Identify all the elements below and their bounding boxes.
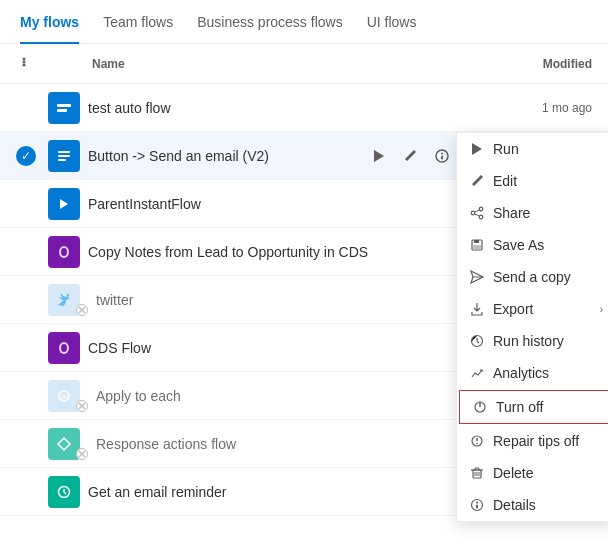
edit-menu-icon xyxy=(469,173,485,189)
menu-item-details[interactable]: Details xyxy=(457,489,608,521)
svg-rect-4 xyxy=(57,109,67,112)
svg-rect-38 xyxy=(476,505,478,509)
svg-marker-8 xyxy=(374,150,384,162)
run-menu-icon xyxy=(469,141,485,157)
menu-label: Turn off xyxy=(496,399,600,415)
flow-icon xyxy=(48,188,80,220)
history-menu-icon xyxy=(469,333,485,349)
tab-my-flows[interactable]: My flows xyxy=(8,0,91,44)
edit-button[interactable] xyxy=(396,142,424,170)
run-button[interactable] xyxy=(364,142,392,170)
table-row[interactable]: ✓ Button -> Send an email (V2) xyxy=(0,132,608,180)
analytics-menu-icon xyxy=(469,365,485,381)
export-menu-icon xyxy=(469,301,485,317)
flow-icon-svg xyxy=(55,147,73,165)
flow-icon xyxy=(48,236,80,268)
svg-point-16 xyxy=(479,207,483,211)
repair-menu-icon xyxy=(469,433,485,449)
disabled-icon xyxy=(76,304,88,316)
menu-label: Send a copy xyxy=(493,269,603,285)
context-menu: Run Edit Share Save As xyxy=(456,132,608,522)
svg-text:∞: ∞ xyxy=(61,391,68,402)
menu-label: Analytics xyxy=(493,365,603,381)
flow-icon xyxy=(48,476,80,508)
menu-item-analytics[interactable]: Analytics xyxy=(457,357,608,389)
menu-item-share[interactable]: Share xyxy=(457,197,608,229)
svg-rect-23 xyxy=(473,245,481,249)
tab-business-process-flows[interactable]: Business process flows xyxy=(185,0,355,44)
row-check[interactable]: ✓ xyxy=(16,146,48,166)
flow-icon xyxy=(48,140,80,172)
disabled-icon xyxy=(76,448,88,460)
svg-rect-5 xyxy=(58,151,70,153)
delete-menu-icon xyxy=(469,465,485,481)
menu-item-repair[interactable]: Repair tips off xyxy=(457,425,608,457)
menu-label: Details xyxy=(493,497,603,513)
table-body: test auto flow 1 mo ago ✓ Button -> Send… xyxy=(0,84,608,516)
tab-ui-flows[interactable]: UI flows xyxy=(355,0,429,44)
menu-item-save-as[interactable]: Save As xyxy=(457,229,608,261)
menu-item-run[interactable]: Run xyxy=(457,133,608,165)
header-modified: Modified xyxy=(472,57,592,71)
svg-line-19 xyxy=(475,210,480,212)
menu-item-delete[interactable]: Delete xyxy=(457,457,608,489)
check-icon: ✓ xyxy=(16,146,36,166)
header-name: Name xyxy=(92,57,472,71)
flow-name: Button -> Send an email (V2) xyxy=(88,148,364,164)
table-row[interactable]: test auto flow 1 mo ago xyxy=(0,84,608,132)
save-menu-icon xyxy=(469,237,485,253)
sort-icon xyxy=(16,54,32,70)
send-menu-icon xyxy=(469,269,485,285)
svg-rect-6 xyxy=(58,155,70,157)
menu-item-turn-off[interactable]: Turn off xyxy=(459,390,608,424)
tab-bar: My flows Team flows Business process flo… xyxy=(0,0,608,44)
svg-point-17 xyxy=(479,215,483,219)
menu-item-run-history[interactable]: Run history xyxy=(457,325,608,357)
svg-rect-22 xyxy=(474,240,479,243)
menu-label: Run xyxy=(493,141,603,157)
menu-label: Edit xyxy=(493,173,603,189)
svg-point-1 xyxy=(23,61,26,64)
svg-rect-7 xyxy=(58,159,66,161)
svg-point-45 xyxy=(61,344,67,352)
table-header: Name Modified xyxy=(0,44,608,84)
menu-label: Share xyxy=(493,205,603,221)
disabled-icon xyxy=(76,400,88,412)
svg-point-37 xyxy=(476,502,478,504)
svg-marker-50 xyxy=(58,438,70,450)
svg-point-10 xyxy=(441,152,443,154)
svg-point-2 xyxy=(23,64,26,67)
menu-item-edit[interactable]: Edit xyxy=(457,165,608,197)
svg-rect-11 xyxy=(441,155,443,159)
svg-point-18 xyxy=(471,211,475,215)
menu-label: Delete xyxy=(493,465,603,481)
menu-label: Repair tips off xyxy=(493,433,603,449)
flow-icon xyxy=(48,92,80,124)
svg-line-20 xyxy=(475,214,480,216)
tab-team-flows[interactable]: Team flows xyxy=(91,0,185,44)
menu-label: Run history xyxy=(493,333,603,349)
flow-icon-svg xyxy=(55,99,73,117)
flow-icon xyxy=(48,332,80,364)
info-button[interactable] xyxy=(428,142,456,170)
header-check xyxy=(16,54,48,73)
details-menu-icon xyxy=(469,497,485,513)
menu-item-export[interactable]: Export › xyxy=(457,293,608,325)
share-menu-icon xyxy=(469,205,485,221)
submenu-arrow-icon: › xyxy=(600,304,603,315)
menu-label: Save As xyxy=(493,237,603,253)
flow-modified: 1 mo ago xyxy=(492,101,592,115)
svg-marker-15 xyxy=(472,143,482,155)
svg-marker-39 xyxy=(60,199,68,209)
flow-name: test auto flow xyxy=(88,100,492,116)
svg-point-30 xyxy=(476,443,478,445)
power-menu-icon xyxy=(472,399,488,415)
svg-rect-3 xyxy=(57,104,71,107)
svg-point-41 xyxy=(61,248,67,256)
menu-label: Export xyxy=(493,301,592,317)
svg-point-0 xyxy=(23,58,26,61)
menu-item-send-copy[interactable]: Send a copy xyxy=(457,261,608,293)
